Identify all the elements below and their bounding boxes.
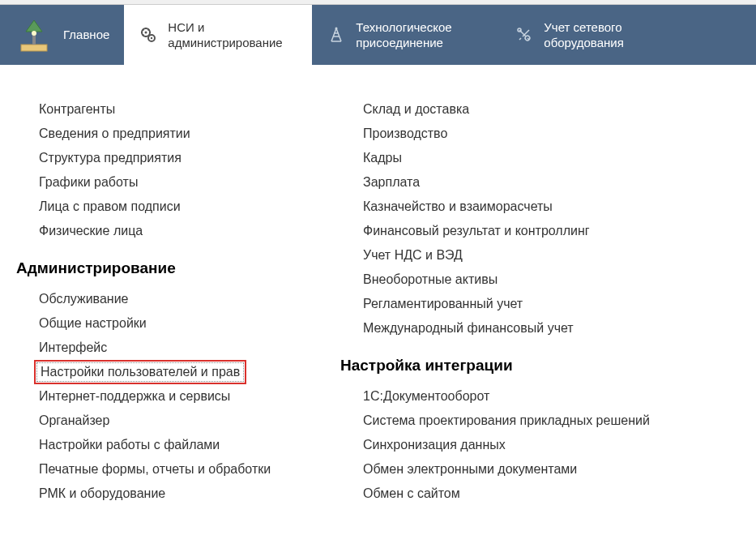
link-regulated-accounting[interactable]: Регламентированный учет bbox=[360, 292, 526, 316]
link-print-forms-reports[interactable]: Печатные формы, отчеты и обработки bbox=[36, 457, 274, 482]
section-title-admin: Администрирование bbox=[16, 259, 292, 277]
lamp-icon bbox=[15, 15, 53, 54]
link-treasury[interactable]: Казначейство и взаиморасчеты bbox=[360, 195, 556, 219]
svg-point-2 bbox=[32, 31, 36, 36]
nav-label: Учет сетевого оборудования bbox=[544, 19, 673, 51]
nav-item-nsi-admin[interactable]: НСИ и администрирование bbox=[124, 5, 312, 65]
link-individuals[interactable]: Физические лица bbox=[36, 219, 146, 243]
link-internet-support[interactable]: Интернет-поддержка и сервисы bbox=[36, 384, 233, 409]
link-financial-result[interactable]: Финансовый результат и контроллинг bbox=[360, 219, 593, 243]
tower-icon bbox=[327, 25, 346, 45]
gear-icon bbox=[139, 25, 158, 45]
link-company-structure[interactable]: Структура предприятия bbox=[36, 146, 185, 170]
link-production[interactable]: Производство bbox=[360, 122, 451, 146]
link-general-settings[interactable]: Общие настройки bbox=[36, 311, 150, 336]
nav-label: НСИ и администрирование bbox=[168, 19, 297, 51]
link-noncurrent-assets[interactable]: Внеоборотные активы bbox=[360, 268, 501, 292]
link-maintenance[interactable]: Обслуживание bbox=[36, 287, 131, 311]
right-column: Склад и доставка Производство Кадры Зарп… bbox=[340, 97, 681, 506]
content-area: Контрагенты Сведения о предприятии Струк… bbox=[0, 65, 756, 522]
link-edoc-exchange[interactable]: Обмен электронными документами bbox=[360, 457, 580, 482]
link-company-info[interactable]: Сведения о предприятии bbox=[36, 122, 194, 146]
link-vat-ved[interactable]: Учет НДС и ВЭД bbox=[360, 243, 466, 268]
link-1c-docflow[interactable]: 1С:Документооборот bbox=[360, 384, 493, 409]
link-file-settings[interactable]: Настройки работы с файлами bbox=[36, 433, 223, 457]
section-title-integration: Настройка интеграции bbox=[340, 357, 681, 375]
link-organizer[interactable]: Органайзер bbox=[36, 409, 113, 433]
svg-point-6 bbox=[151, 37, 152, 39]
link-data-sync[interactable]: Синхронизация данных bbox=[360, 433, 509, 457]
link-work-schedules[interactable]: Графики работы bbox=[36, 170, 141, 195]
svg-point-7 bbox=[335, 28, 338, 30]
link-warehouse-delivery[interactable]: Склад и доставка bbox=[360, 97, 472, 122]
left-column: Контрагенты Сведения о предприятии Струк… bbox=[16, 97, 292, 506]
link-interface[interactable]: Интерфейс bbox=[36, 336, 110, 360]
link-signatories[interactable]: Лица с правом подписи bbox=[36, 195, 184, 219]
link-rmk-equipment[interactable]: РМК и оборудование bbox=[36, 482, 169, 506]
link-site-exchange[interactable]: Обмен с сайтом bbox=[360, 482, 463, 506]
main-nav: Главное НСИ и администрирование Технолог… bbox=[0, 5, 756, 65]
link-salary[interactable]: Зарплата bbox=[360, 170, 423, 195]
link-applied-solutions-design[interactable]: Система проектирования прикладных решени… bbox=[360, 409, 653, 433]
link-hr[interactable]: Кадры bbox=[360, 146, 405, 170]
svg-point-4 bbox=[145, 32, 147, 34]
nav-label: Технологическое присоединение bbox=[356, 19, 485, 51]
nav-item-tech-connection[interactable]: Технологическое присоединение bbox=[312, 5, 500, 65]
svg-rect-0 bbox=[21, 45, 47, 51]
link-user-rights-settings[interactable]: Настройки пользователей и прав bbox=[34, 360, 246, 384]
nav-item-network-equipment[interactable]: Учет сетевого оборудования bbox=[500, 5, 688, 65]
nav-item-main[interactable]: Главное bbox=[0, 5, 124, 65]
link-contragents[interactable]: Контрагенты bbox=[36, 97, 118, 122]
link-international-accounting[interactable]: Международный финансовый учет bbox=[360, 316, 577, 340]
nav-label: Главное bbox=[63, 27, 109, 43]
tools-icon bbox=[515, 25, 534, 45]
